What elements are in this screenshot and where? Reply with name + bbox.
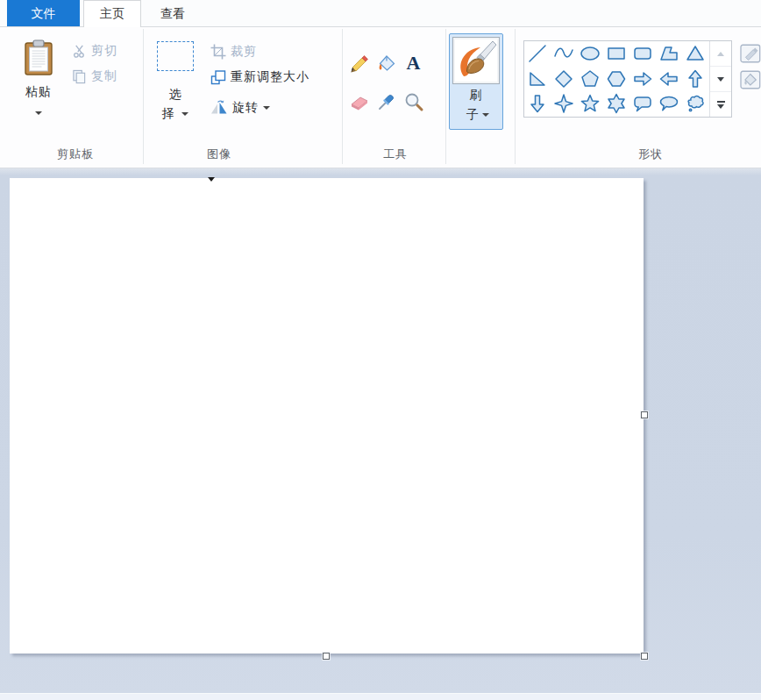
resize-label: 重新调整大小 bbox=[231, 69, 309, 85]
crop-icon bbox=[210, 44, 226, 60]
paste-button[interactable]: 粘贴 bbox=[14, 34, 63, 141]
scissors-icon bbox=[72, 44, 87, 59]
copy-button[interactable]: 复制 bbox=[72, 67, 117, 86]
group-separator bbox=[445, 29, 446, 164]
brushes-label-line1: 刷 bbox=[450, 88, 502, 104]
scroll-down-icon bbox=[717, 77, 724, 82]
crop-label: 裁剪 bbox=[231, 44, 257, 60]
cut-button[interactable]: 剪切 bbox=[72, 41, 117, 61]
drawing-canvas[interactable] bbox=[10, 178, 644, 654]
pencil-icon[interactable] bbox=[345, 50, 373, 76]
rotate-icon bbox=[210, 100, 228, 116]
group-separator bbox=[143, 29, 144, 164]
resize-button[interactable]: 重新调整大小 bbox=[210, 68, 309, 87]
text-icon[interactable]: A bbox=[400, 50, 427, 76]
copy-icon bbox=[72, 69, 87, 84]
brushes-dropdown-arrow-icon[interactable] bbox=[482, 113, 489, 117]
ribbon-tab-strip: 文件 主页 查看 bbox=[0, 0, 761, 27]
select-button[interactable]: 选 择 bbox=[154, 41, 196, 136]
brushes-button[interactable]: 刷 子 bbox=[449, 33, 503, 130]
selection-rectangle-icon bbox=[157, 41, 194, 71]
shapes-group-caption: 形状 bbox=[607, 146, 694, 163]
shape-star-5-icon[interactable] bbox=[577, 91, 603, 116]
shapes-more-button[interactable] bbox=[710, 91, 731, 117]
shape-fill-button[interactable] bbox=[739, 68, 761, 91]
image-group-caption: 图像 bbox=[175, 146, 263, 163]
select-label-line2: 择 bbox=[162, 106, 189, 122]
shape-arrow-left-icon[interactable] bbox=[656, 67, 682, 91]
shape-diamond-icon[interactable] bbox=[551, 67, 577, 91]
shapes-scrollbar bbox=[709, 41, 731, 117]
rotate-button[interactable]: 旋转 bbox=[210, 98, 270, 118]
shape-line-icon[interactable] bbox=[524, 41, 551, 66]
color-picker-icon[interactable] bbox=[373, 89, 400, 115]
shape-star-4-icon[interactable] bbox=[551, 91, 577, 116]
canvas-cursor-mark bbox=[208, 177, 215, 182]
shape-rounded-rectangle-icon[interactable] bbox=[629, 41, 656, 66]
shape-hexagon-icon[interactable] bbox=[603, 67, 629, 91]
shape-outline-button[interactable] bbox=[739, 42, 761, 65]
group-separator bbox=[515, 29, 516, 164]
paste-clipboard-icon bbox=[24, 39, 53, 80]
shape-curve-icon[interactable] bbox=[551, 41, 577, 66]
copy-label: 复制 bbox=[91, 68, 117, 84]
clipboard-group-caption: 剪贴板 bbox=[32, 146, 119, 163]
tab-view[interactable]: 查看 bbox=[143, 0, 203, 26]
paste-dropdown-arrow-icon[interactable] bbox=[35, 111, 42, 115]
tools-group-caption: 工具 bbox=[352, 146, 439, 163]
shape-callout-oval-icon[interactable] bbox=[656, 91, 682, 116]
cut-label: 剪切 bbox=[91, 43, 117, 59]
shape-callout-cloud-icon[interactable] bbox=[682, 91, 708, 116]
shape-rectangle-icon[interactable] bbox=[603, 41, 629, 66]
status-bar bbox=[0, 693, 761, 700]
shapes-grid bbox=[524, 41, 709, 117]
shape-fill-icon bbox=[739, 68, 761, 91]
paint-window: 文件 主页 查看 粘贴 剪切 bbox=[0, 0, 761, 700]
crop-button[interactable]: 裁剪 bbox=[210, 42, 257, 61]
ribbon: 粘贴 剪切 复制 剪贴板 选 择 bbox=[0, 27, 761, 168]
scroll-up-icon bbox=[717, 52, 724, 56]
tools-grid: A bbox=[345, 50, 433, 127]
shape-pentagon-icon[interactable] bbox=[577, 67, 603, 91]
shape-outline-icon bbox=[739, 42, 761, 65]
group-separator bbox=[342, 29, 343, 164]
magnifier-icon[interactable] bbox=[400, 89, 427, 115]
workspace bbox=[0, 168, 761, 693]
shape-arrow-right-icon[interactable] bbox=[629, 67, 656, 91]
paste-label: 粘贴 bbox=[25, 84, 52, 100]
tab-home[interactable]: 主页 bbox=[83, 0, 141, 27]
brush-icon bbox=[452, 37, 500, 84]
eraser-icon[interactable] bbox=[345, 89, 373, 115]
shape-arrow-up-icon[interactable] bbox=[682, 67, 708, 91]
more-shapes-icon bbox=[717, 101, 725, 103]
rotate-dropdown-arrow-icon[interactable] bbox=[263, 106, 270, 110]
resize-icon bbox=[210, 69, 226, 85]
fill-with-color-icon[interactable] bbox=[373, 50, 400, 76]
brushes-label-line2: 子 bbox=[452, 107, 504, 123]
select-label-line1: 选 bbox=[169, 87, 182, 103]
resize-handle-bottom[interactable] bbox=[323, 653, 330, 660]
shapes-gallery bbox=[523, 40, 732, 118]
resize-handle-right[interactable] bbox=[641, 411, 648, 418]
shape-triangle-icon[interactable] bbox=[682, 41, 708, 66]
tab-file[interactable]: 文件 bbox=[7, 0, 80, 26]
shape-right-triangle-icon[interactable] bbox=[524, 67, 551, 91]
shapes-scroll-down-button[interactable] bbox=[710, 66, 731, 91]
shape-polygon-icon[interactable] bbox=[656, 41, 682, 66]
shape-callout-rounded-rectangle-icon[interactable] bbox=[629, 91, 656, 116]
shape-star-6-icon[interactable] bbox=[603, 91, 629, 116]
shape-ellipse-icon[interactable] bbox=[577, 41, 603, 66]
resize-handle-corner[interactable] bbox=[641, 653, 648, 660]
select-dropdown-arrow-icon[interactable] bbox=[181, 112, 188, 116]
rotate-label: 旋转 bbox=[232, 100, 259, 116]
shape-arrow-down-icon[interactable] bbox=[524, 91, 551, 116]
shapes-scroll-up-button[interactable] bbox=[710, 41, 731, 66]
